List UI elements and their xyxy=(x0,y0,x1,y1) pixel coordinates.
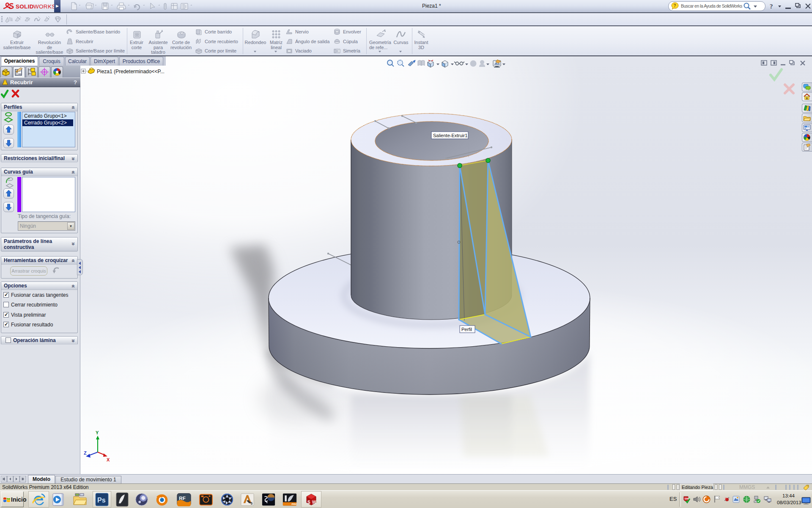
svg-text:?: ? xyxy=(770,3,773,10)
svg-text:Saliente-Extruir1: Saliente-Extruir1 xyxy=(433,133,467,138)
svg-text:Ps: Ps xyxy=(97,497,106,504)
svg-text:X: X xyxy=(107,457,110,462)
svg-text:Y: Y xyxy=(96,430,99,435)
svg-text:WORKS: WORKS xyxy=(33,3,54,10)
svg-text:5: 5 xyxy=(251,501,253,505)
svg-text:Pieza1 (Predeterminado<<P...: Pieza1 (Predeterminado<<P... xyxy=(97,69,165,75)
svg-text:Z: Z xyxy=(84,450,87,456)
svg-text:?: ? xyxy=(674,3,676,8)
svg-text:PRO: PRO xyxy=(291,502,297,505)
svg-text:Perfil: Perfil xyxy=(461,327,472,332)
svg-text:SOLID: SOLID xyxy=(16,3,34,10)
svg-text:SW: SW xyxy=(685,497,689,500)
svg-text:RF: RF xyxy=(179,495,186,501)
svg-text:S: S xyxy=(307,500,310,505)
svg-text:W: W xyxy=(312,500,316,505)
